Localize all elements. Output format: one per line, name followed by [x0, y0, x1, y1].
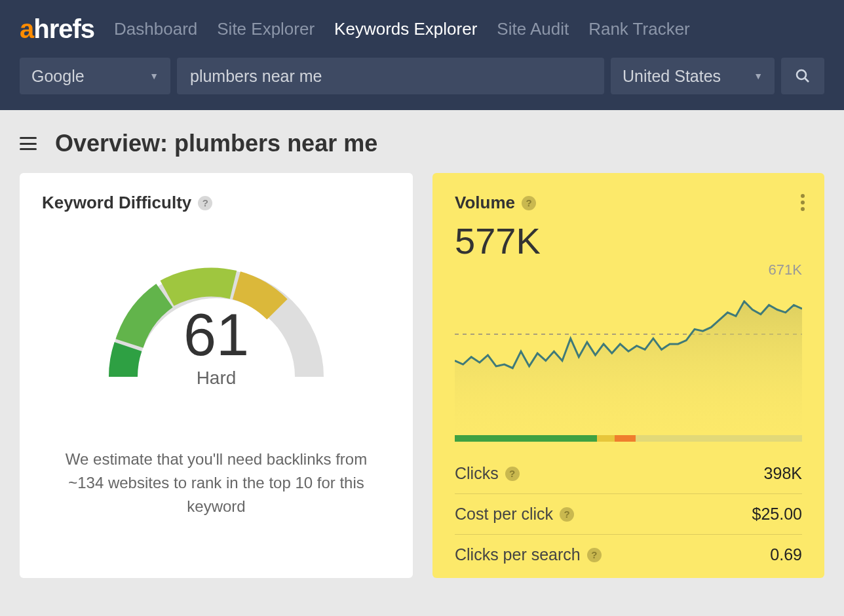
search-engine-dropdown[interactable]: Google ▼: [20, 58, 170, 94]
nav-rank-tracker[interactable]: Rank Tracker: [588, 19, 690, 39]
volume-max-label: 671K: [769, 261, 802, 279]
kd-difficulty-label: Hard: [197, 368, 237, 389]
kd-description: We estimate that you'll need backlinks f…: [42, 448, 391, 518]
help-icon[interactable]: ?: [560, 507, 574, 522]
nav-keywords-explorer[interactable]: Keywords Explorer: [334, 19, 477, 39]
help-icon[interactable]: ?: [505, 467, 520, 481]
search-engine-label: Google: [31, 67, 85, 86]
metric-cpc: Cost per click ? $25.00: [455, 494, 802, 535]
volume-sparkline: [455, 300, 802, 431]
chevron-down-icon: ▼: [149, 71, 159, 81]
nav-dashboard[interactable]: Dashboard: [114, 19, 197, 39]
metric-clicks: Clicks ? 398K: [455, 453, 802, 494]
menu-icon[interactable]: [20, 137, 37, 150]
kd-score: 61: [183, 301, 249, 369]
page-title: Overview: plumbers near me: [55, 130, 377, 157]
keyword-difficulty-card: Keyword Difficulty ? 61 Hard We estimate…: [20, 173, 413, 578]
nav-site-explorer[interactable]: Site Explorer: [217, 19, 315, 39]
chevron-down-icon: ▼: [754, 71, 763, 81]
metric-cps: Clicks per search ? 0.69: [455, 535, 802, 575]
svg-point-0: [797, 70, 806, 79]
kd-title: Keyword Difficulty ?: [42, 193, 391, 213]
help-icon[interactable]: ?: [198, 196, 212, 210]
logo[interactable]: ahrefs: [20, 14, 94, 44]
search-icon: [795, 68, 811, 84]
country-label: United States: [623, 67, 721, 86]
top-navigation: ahrefs Dashboard Site Explorer Keywords …: [0, 0, 844, 110]
svg-line-1: [805, 79, 809, 83]
search-button[interactable]: [781, 58, 824, 94]
volume-distribution-bar: [455, 435, 802, 442]
nav-site-audit[interactable]: Site Audit: [497, 19, 569, 39]
keyword-input[interactable]: [177, 58, 604, 94]
volume-title: Volume ?: [455, 193, 802, 213]
volume-value: 577K: [455, 220, 802, 262]
help-icon[interactable]: ?: [522, 196, 536, 210]
volume-card: Volume ? 577K 671K Clicks: [432, 173, 824, 578]
card-menu-icon[interactable]: [801, 194, 805, 211]
help-icon[interactable]: ?: [587, 548, 602, 562]
country-dropdown[interactable]: United States ▼: [611, 58, 775, 94]
